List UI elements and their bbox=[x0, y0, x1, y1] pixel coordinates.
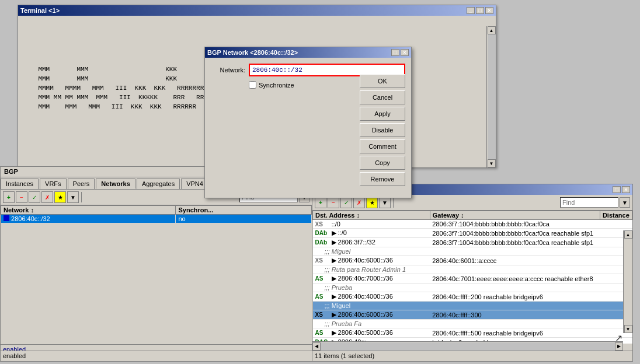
table-row-comment: ;;; Miguel bbox=[313, 247, 632, 256]
cell-gw: 2806:3f7:1004:bbbb:bbbb:bbbb:f0ca:f0ca r… bbox=[430, 229, 600, 238]
cell-dst: DAb ▶ 2806:3f7::/32 bbox=[313, 238, 430, 247]
table-row[interactable]: DAb ▶ 2806:3f7::/32 2806:3f7:1004:bbbb:b… bbox=[313, 238, 632, 247]
ipv6-remove-button[interactable]: − bbox=[328, 197, 339, 208]
ipv6-check-button[interactable]: ✓ bbox=[340, 197, 352, 208]
table-row[interactable]: AS ▶ 2806:40c:4000::/36 2806:40c:ffff::2… bbox=[313, 292, 632, 302]
star-button[interactable]: ★ bbox=[54, 191, 66, 203]
col-distance[interactable]: Distance bbox=[600, 211, 632, 220]
ipv6-star-button[interactable]: ★ bbox=[366, 197, 378, 208]
ipv6-scroll-down[interactable]: ▼ bbox=[624, 325, 632, 333]
remove-button[interactable]: Remove bbox=[360, 172, 405, 186]
ipv6-minimize[interactable]: □ bbox=[613, 186, 621, 193]
ipv6-x-button[interactable]: ✗ bbox=[353, 197, 365, 208]
toolbar-separator bbox=[81, 192, 82, 202]
cell-dst: XS ::/0 bbox=[313, 220, 430, 229]
disable-button[interactable]: Disable bbox=[360, 123, 405, 137]
bgp-statusbar: enabled bbox=[1, 351, 312, 361]
table-row[interactable]: AS ▶ 2806:40c:7000::/36 2806:40c:7001:ee… bbox=[313, 274, 632, 284]
table-row[interactable]: XS ::/0 2806:3f7:1004:bbbb:bbbb:bbbb:f0c… bbox=[313, 220, 632, 229]
ipv6-scroll-up[interactable]: ▲ bbox=[624, 230, 632, 239]
cell-dst: XS ▶ 2806:40c:6000::/36 bbox=[313, 256, 430, 265]
ipv6-close[interactable]: × bbox=[622, 186, 630, 193]
cell-gw: 2806:40c:7001:eeee:eeee:eeee:a:cccc reac… bbox=[430, 274, 600, 284]
cell-dst: AS ▶ 2806:40c:7000::/36 bbox=[313, 274, 430, 284]
ipv6-find-arrow[interactable]: ▼ bbox=[620, 197, 630, 208]
ok-button[interactable]: OK bbox=[360, 74, 405, 88]
tab-networks[interactable]: Networks bbox=[96, 178, 135, 189]
table-row-comment-selected: ;;; Miguel bbox=[313, 302, 632, 310]
ipv6-scroll-track bbox=[624, 239, 632, 325]
ipv6-routes-table: Dst. Address ↕ Gateway ↕ Distance XS ::/… bbox=[312, 211, 632, 344]
dialog-close[interactable]: × bbox=[401, 49, 409, 56]
table-row[interactable]: DAb ▶ ::/0 2806:3f7:1004:bbbb:bbbb:bbbb:… bbox=[313, 229, 632, 238]
terminal-line bbox=[23, 37, 482, 46]
cell-dist bbox=[600, 220, 632, 229]
add-button[interactable]: + bbox=[3, 191, 15, 203]
copy-button[interactable]: Copy bbox=[360, 156, 405, 170]
maximize-button[interactable]: □ bbox=[476, 7, 484, 14]
ipv6-horiz-track bbox=[321, 342, 615, 351]
cell-gw: 2806:3f7:1004:bbbb:bbbb:bbbb:f0ca:f0ca bbox=[430, 220, 600, 229]
synchronize-checkbox[interactable] bbox=[249, 81, 256, 89]
remove-button[interactable]: − bbox=[16, 191, 27, 203]
tab-vrfs[interactable]: VRFs bbox=[40, 178, 67, 189]
bgp-network-dialog: BGP Network <2806:40c::/32> □ × Network:… bbox=[204, 47, 412, 198]
table-row[interactable]: XS ▶ 2806:40c:6000::/36 2806:40c:6001::a… bbox=[313, 256, 632, 265]
cell-dst: DAb ▶ ::/0 bbox=[313, 229, 430, 238]
ipv6-title-buttons: □ × bbox=[613, 186, 630, 193]
terminal-line bbox=[23, 18, 482, 27]
bgp-enabled-text: enabled bbox=[3, 352, 26, 359]
ipv6-filter-button[interactable]: ▼ bbox=[379, 197, 391, 208]
ipv6-add-button[interactable]: + bbox=[315, 197, 326, 208]
dialog-minimize[interactable]: □ bbox=[391, 49, 399, 56]
ipv6-vertical-scrollbar[interactable]: ▲ ▼ bbox=[623, 230, 632, 333]
filter-button[interactable]: ▼ bbox=[67, 191, 79, 203]
ipv6-route-panel: IPv6 Route List □ × + − ✓ ✗ ★ ▼ ▼ Dst. A… bbox=[312, 184, 633, 362]
ipv6-scroll-left[interactable]: ◀ bbox=[312, 342, 321, 351]
cursor-indicator: ↗ bbox=[615, 332, 622, 344]
col-gateway[interactable]: Gateway ↕ bbox=[430, 211, 600, 220]
cell-gw: 2806:40c:ffff::300 bbox=[430, 310, 600, 320]
col-network[interactable]: Network ↕ bbox=[1, 206, 176, 215]
cell-comment: ;;; Miguel bbox=[313, 247, 632, 256]
ipv6-horizontal-scrollbar[interactable]: ◀ ▶ bbox=[312, 341, 623, 351]
terminal-scrollbar[interactable]: ▲ ▼ bbox=[486, 26, 496, 167]
check-button[interactable]: ✓ bbox=[29, 191, 40, 203]
cell-dst: AS ▶ 2806:40c:5000::/36 bbox=[313, 328, 430, 338]
cell-comment: ;;; Miguel bbox=[313, 302, 632, 310]
synchronize-label: Synchronize bbox=[259, 82, 294, 89]
scroll-up-arrow[interactable]: ▲ bbox=[488, 26, 496, 34]
comment-button[interactable]: Comment bbox=[360, 139, 405, 153]
table-row[interactable]: 2806:40c::/32 no bbox=[1, 215, 312, 223]
col-synchron[interactable]: Synchron... bbox=[176, 206, 312, 215]
cell-gw: 2806:40c:ffff::200 reachable bridgeipv6 bbox=[430, 292, 600, 302]
cell-gw: 2806:40c:6001::a:cccc bbox=[430, 256, 600, 265]
dialog-title-buttons: □ × bbox=[391, 49, 409, 56]
cell-gw: 2806:40c:ffff::500 reachable bridgeipv6 bbox=[430, 328, 600, 338]
network-label: Network: bbox=[211, 66, 249, 74]
scroll-down-arrow[interactable]: ▼ bbox=[488, 159, 496, 167]
close-button[interactable]: × bbox=[485, 7, 493, 14]
table-row[interactable]: AS ▶ 2806:40c:5000::/36 2806:40c:ffff::5… bbox=[313, 328, 632, 338]
cell-dst: AS ▶ 2806:40c:4000::/36 bbox=[313, 292, 430, 302]
cancel-button[interactable]: Cancel bbox=[360, 90, 405, 104]
cell-comment: ;;; Prueba Fa bbox=[313, 320, 632, 328]
tab-instances[interactable]: Instances bbox=[1, 178, 39, 189]
scroll-track bbox=[488, 34, 496, 159]
bgp-table-container: Network ↕ Synchron... 2806:40c::/32 no bbox=[1, 205, 312, 344]
minimize-button[interactable]: _ bbox=[467, 7, 475, 14]
cell-comment: ;;; Ruta para Router Admin 1 bbox=[313, 265, 632, 274]
tab-aggregates[interactable]: Aggregates bbox=[137, 178, 180, 189]
table-row-comment: ;;; Prueba Fa bbox=[313, 320, 632, 328]
network-icon bbox=[4, 215, 9, 221]
apply-button[interactable]: Apply bbox=[360, 107, 405, 121]
dialog-buttons: OK Cancel Apply Disable Comment Copy Rem… bbox=[360, 74, 405, 186]
x-button[interactable]: ✗ bbox=[41, 191, 53, 203]
cell-gw: 2806:3f7:1004:bbbb:bbbb:bbbb:f0ca:f0ca r… bbox=[430, 238, 600, 247]
ipv6-find-input[interactable] bbox=[560, 197, 618, 208]
col-dst-address[interactable]: Dst. Address ↕ bbox=[313, 211, 430, 220]
ipv6-table-wrapper: Dst. Address ↕ Gateway ↕ Distance XS ::/… bbox=[312, 211, 632, 344]
table-row-comment: ;;; Prueba bbox=[313, 284, 632, 292]
table-row[interactable]: XS ▶ 2806:40c:6000::/36 2806:40c:ffff::3… bbox=[313, 310, 632, 320]
tab-peers[interactable]: Peers bbox=[68, 178, 95, 189]
